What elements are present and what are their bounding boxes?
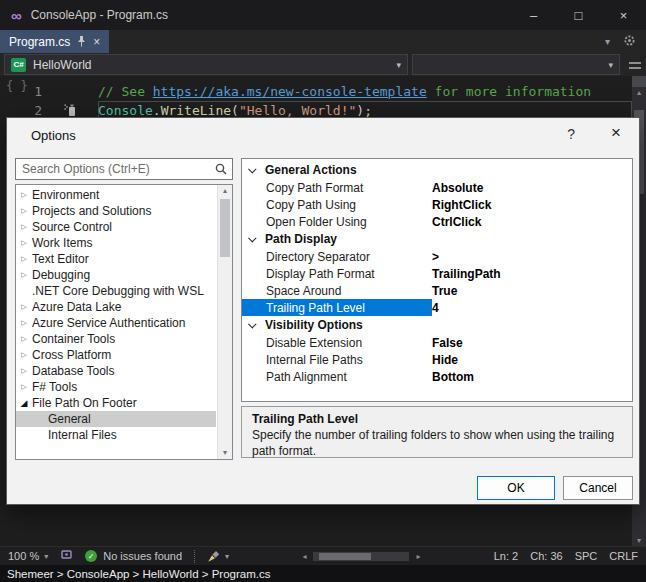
- code-cleanup-broom-icon[interactable]: ▾: [207, 550, 229, 563]
- tab-program-cs[interactable]: Program.cs ×: [0, 30, 109, 53]
- grid-section-general-actions[interactable]: General Actions: [242, 161, 632, 179]
- search-input[interactable]: [16, 159, 232, 179]
- tree-item-environment[interactable]: ▷Environment: [16, 187, 216, 203]
- tree-item-work-items[interactable]: ▷Work Items: [16, 235, 216, 251]
- scroll-right-icon[interactable]: ▸: [416, 551, 420, 562]
- tree-collapsed-icon[interactable]: ▷: [16, 271, 32, 279]
- tree-item-debugging[interactable]: ▷Debugging: [16, 267, 216, 283]
- scroll-up-icon[interactable]: ▴: [637, 87, 641, 98]
- tree-item-text-editor[interactable]: ▷Text Editor: [16, 251, 216, 267]
- tree-collapsed-icon[interactable]: ▷: [16, 207, 32, 215]
- grid-section-title: General Actions: [265, 163, 357, 177]
- pin-icon[interactable]: [77, 33, 86, 51]
- scrollbar-thumb[interactable]: [220, 199, 230, 257]
- property-row-path-alignment[interactable]: Path AlignmentBottom: [242, 368, 632, 385]
- tree-collapsed-icon[interactable]: ▷: [16, 319, 32, 327]
- tree-collapsed-icon[interactable]: ▷: [16, 335, 32, 343]
- tree-item-file-path-on-footer[interactable]: ◢File Path On Footer: [16, 395, 216, 411]
- scrollbar-track[interactable]: [218, 197, 232, 447]
- property-value[interactable]: Hide: [432, 353, 458, 367]
- document-health-indicator[interactable]: ✓ No issues found: [85, 550, 182, 562]
- property-value[interactable]: Bottom: [432, 370, 474, 384]
- project-scope-dropdown[interactable]: C# HelloWorld ▾: [4, 54, 408, 75]
- tree-collapsed-icon[interactable]: ▷: [16, 383, 32, 391]
- property-row-internal-file-paths[interactable]: Internal File PathsHide: [242, 351, 632, 368]
- status-extension-icon[interactable]: [60, 547, 73, 565]
- property-value[interactable]: Absolute: [432, 181, 483, 195]
- property-value[interactable]: False: [432, 336, 463, 350]
- spaces-indicator[interactable]: SPC: [575, 550, 598, 562]
- property-value[interactable]: 4: [432, 301, 439, 315]
- property-row-directory-separator[interactable]: Directory Separator>: [242, 248, 632, 265]
- collapse-chevron-icon: [248, 165, 256, 173]
- tree-item-database-tools[interactable]: ▷Database Tools: [16, 363, 216, 379]
- tree-item-projects-and-solutions[interactable]: ▷Projects and Solutions: [16, 203, 216, 219]
- scrollbar-thumb[interactable]: [319, 553, 371, 560]
- property-row-open-folder-using[interactable]: Open Folder UsingCtrlClick: [242, 213, 632, 230]
- tree-item-f-tools[interactable]: ▷F# Tools: [16, 379, 216, 395]
- punct-token: );: [356, 103, 372, 118]
- line-ending-indicator[interactable]: CRLF: [609, 550, 638, 562]
- tree-item-source-control[interactable]: ▷Source Control: [16, 219, 216, 235]
- scroll-down-icon[interactable]: ▾: [223, 447, 227, 459]
- tree-collapsed-icon[interactable]: ▷: [16, 303, 32, 311]
- member-dropdown[interactable]: ▾: [412, 54, 620, 75]
- property-row-copy-path-format[interactable]: Copy Path FormatAbsolute: [242, 179, 632, 196]
- tree-collapsed-icon[interactable]: ▷: [16, 255, 32, 263]
- tree-expanded-icon[interactable]: ◢: [16, 398, 32, 408]
- tree-item-azure-data-lake[interactable]: ▷Azure Data Lake: [16, 299, 216, 315]
- ok-button[interactable]: OK: [477, 476, 555, 500]
- search-icon[interactable]: [214, 162, 228, 180]
- property-value[interactable]: >: [432, 250, 439, 264]
- help-button[interactable]: ?: [567, 126, 575, 142]
- property-name: Space Around: [242, 282, 432, 299]
- property-value[interactable]: RightClick: [432, 198, 491, 212]
- property-row-space-around[interactable]: Space AroundTrue: [242, 282, 632, 299]
- tab-strip: Program.cs × ▾: [0, 30, 646, 53]
- scroll-left-icon[interactable]: ◂: [302, 551, 306, 562]
- splitter-grip[interactable]: [632, 76, 646, 87]
- tree-collapsed-icon[interactable]: ▷: [16, 191, 32, 199]
- dialog-close-button[interactable]: ×: [611, 123, 621, 143]
- tab-list-dropdown-icon[interactable]: ▾: [605, 36, 610, 47]
- project-scope-value: HelloWorld: [33, 58, 91, 72]
- tree-item-azure-service-authentication[interactable]: ▷Azure Service Authentication: [16, 315, 216, 331]
- grid-section-title: Visibility Options: [265, 318, 363, 332]
- tree-collapsed-icon[interactable]: ▷: [16, 367, 32, 375]
- tree-collapsed-icon[interactable]: ▷: [16, 223, 32, 231]
- minimize-button[interactable]: –: [511, 0, 556, 30]
- property-value[interactable]: TrailingPath: [432, 267, 501, 281]
- tree-item-internal-files[interactable]: Internal Files: [16, 427, 216, 443]
- check-circle-icon: ✓: [85, 550, 97, 562]
- close-button[interactable]: ×: [601, 0, 646, 30]
- tree-collapsed-icon[interactable]: ▷: [16, 351, 32, 359]
- tree-scrollbar[interactable]: ▴ ▾: [217, 185, 232, 459]
- grid-section-visibility-options[interactable]: Visibility Options: [242, 316, 632, 334]
- line-indicator[interactable]: Ln: 2: [494, 550, 518, 562]
- scroll-down-icon[interactable]: ▾: [637, 535, 641, 546]
- maximize-button[interactable]: □: [556, 0, 601, 30]
- tree-item-container-tools[interactable]: ▷Container Tools: [16, 331, 216, 347]
- property-row-disable-extension[interactable]: Disable ExtensionFalse: [242, 334, 632, 351]
- cancel-button[interactable]: Cancel: [563, 476, 633, 500]
- gear-icon[interactable]: [623, 33, 636, 51]
- scrollbar-track[interactable]: [313, 552, 409, 561]
- property-row-copy-path-using[interactable]: Copy Path UsingRightClick: [242, 196, 632, 213]
- tree-collapsed-icon[interactable]: ▷: [16, 239, 32, 247]
- grid-section-path-display[interactable]: Path Display: [242, 230, 632, 248]
- check-glyph: ✓: [88, 552, 95, 561]
- column-indicator[interactable]: Ch: 36: [530, 550, 562, 562]
- zoom-control[interactable]: 100 % ▾: [8, 550, 48, 562]
- property-value[interactable]: CtrlClick: [432, 215, 481, 229]
- property-row-display-path-format[interactable]: Display Path FormatTrailingPath: [242, 265, 632, 282]
- tree-item-general[interactable]: General: [16, 411, 216, 427]
- horizontal-scrollbar[interactable]: ◂ ▸: [241, 551, 482, 562]
- comment-link[interactable]: https://aka.ms/new-console-template: [153, 84, 427, 99]
- split-editor-icon[interactable]: [629, 58, 641, 76]
- tree-item-net-core-debugging-with-wsl[interactable]: .NET Core Debugging with WSL: [16, 283, 216, 299]
- tree-item-cross-platform[interactable]: ▷Cross Platform: [16, 347, 216, 363]
- tab-close-icon[interactable]: ×: [93, 36, 100, 48]
- property-value[interactable]: True: [432, 284, 457, 298]
- scroll-up-icon[interactable]: ▴: [223, 185, 227, 197]
- property-row-trailing-path-level[interactable]: Trailing Path Level4: [242, 299, 632, 316]
